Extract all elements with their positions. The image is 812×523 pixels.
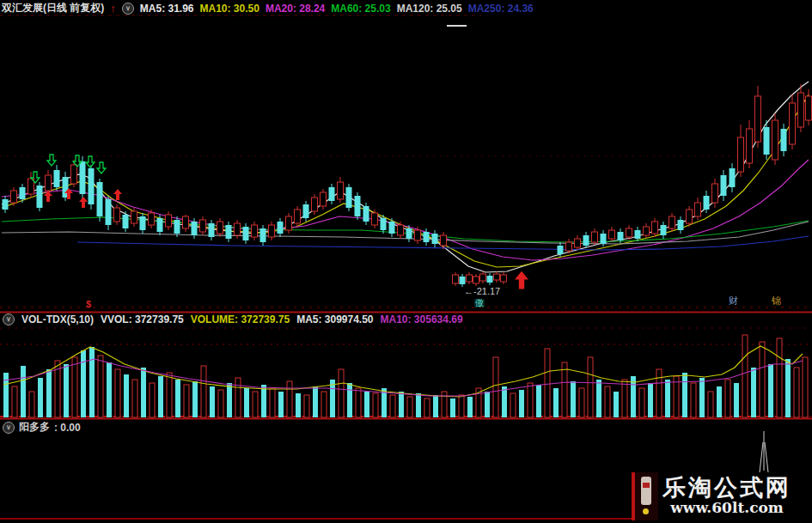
- vol-ma10-value: MA10: 305634.69: [381, 313, 463, 325]
- vvol-value: VVOL: 372739.75: [101, 313, 184, 325]
- chevron-down-circle-icon[interactable]: ∨: [3, 313, 15, 325]
- watermark-site-name: 乐淘公式网: [651, 475, 803, 501]
- indicator-value: : 0.00: [54, 422, 81, 434]
- ma120-value: MA120: 25.05: [397, 3, 462, 15]
- chart-stamp-glyph: 财: [729, 296, 738, 306]
- indicator-pane-header: ∨ 阳多多 : 0.00: [3, 420, 81, 435]
- chevron-down-circle-icon[interactable]: ∨: [3, 422, 15, 434]
- vol-ma5-value: MA5: 309974.50: [296, 313, 373, 325]
- chart-canvas[interactable]: [0, 0, 812, 523]
- stock-title: 双汇发展(日线 前复权): [2, 1, 104, 15]
- volume-pane-header: ∨ VOL-TDX(5,10) VVOL: 372739.75 VOLUME: …: [3, 313, 463, 325]
- watermark-url: www.60lt.com: [651, 501, 803, 515]
- ma20-value: MA20: 28.24: [266, 3, 325, 15]
- watermark: 乐淘公式网 www.60lt.com: [651, 475, 803, 515]
- indicator-name: 阳多多: [19, 420, 50, 435]
- volume-value: VOLUME: 372739.75: [191, 313, 290, 325]
- ma250-value: MA250: 24.36: [468, 3, 534, 15]
- main-chart-header: 双汇发展(日线 前复权) ↑ ∨ MA5: 31.96 MA10: 30.50 …: [2, 1, 534, 15]
- price-drop-annotation: ←-21.17: [464, 287, 500, 296]
- dollar-marker-icon: $: [86, 300, 91, 309]
- ma5-value: MA5: 31.96: [140, 3, 194, 15]
- volume-indicator-name: VOL-TDX(5,10): [21, 313, 94, 325]
- tdx-chart-window: 双汇发展(日线 前复权) ↑ ∨ MA5: 31.96 MA10: 30.50 …: [0, 0, 812, 523]
- chevron-down-circle-icon[interactable]: ∨: [122, 3, 134, 15]
- ma10-value: MA10: 30.50: [200, 3, 259, 15]
- chart-stamp-glyph: 傲: [474, 299, 485, 307]
- ma60-value: MA60: 25.03: [331, 3, 390, 15]
- trend-up-arrow-icon: ↑: [110, 3, 116, 14]
- chart-stamp-glyph: 锦: [772, 296, 781, 306]
